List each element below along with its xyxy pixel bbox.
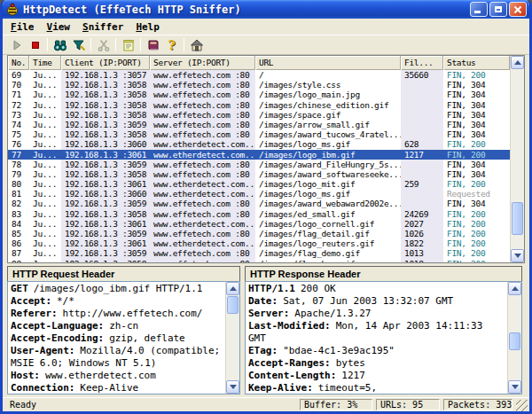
cell-no: 81 (8, 189, 29, 199)
cell-client: 192.168.1.3 :3061 (61, 219, 150, 229)
cell-server: www.effetech.com :80 (150, 160, 255, 169)
header-field-name: Last-Modified: (248, 320, 331, 332)
cell-filesize (401, 169, 443, 179)
packets-count: Packets: 393 (443, 399, 512, 410)
help-button[interactable]: ? (162, 36, 181, 53)
table-row[interactable]: 87 Ju... 192.168.1.3 :3059 www.effetech.… (8, 248, 510, 258)
menu-item[interactable]: Sniffer (77, 20, 130, 35)
table-row[interactable]: 72 Ju... 192.168.1.3 :3058 www.effetech.… (8, 100, 510, 110)
header-field-name: Content-Length: (248, 370, 336, 381)
cell-status: FIN, 304 (443, 129, 510, 139)
header-field-name: Accept-Encoding: (11, 332, 104, 344)
cell-filesize (401, 129, 443, 139)
arrow-down-icon (230, 385, 237, 393)
table-row[interactable]: 86 Ju... 192.168.1.3 :3061 www.etherdete… (8, 238, 510, 248)
filter-icon (72, 38, 86, 52)
column-header-no[interactable]: No. (8, 56, 29, 70)
scroll-down-button[interactable] (226, 380, 239, 394)
toolbar-separator (47, 38, 48, 51)
header-field-value: Sat, 07 Jun 2003 13:32:07 GMT (283, 295, 453, 307)
table-row[interactable]: 84 Ju... 192.168.1.3 :3061 www.etherdete… (8, 219, 510, 229)
scroll-down-button[interactable] (508, 380, 521, 394)
column-header-client[interactable]: Client (IP:PORT) (61, 56, 150, 70)
table-row[interactable]: 78 Ju... 192.168.1.3 :3059 www.effetech.… (8, 160, 510, 169)
scroll-down-button[interactable] (511, 249, 524, 262)
table-row[interactable]: 82 Ju... 192.168.1.3 :3059 www.effetech.… (8, 199, 510, 208)
table-row[interactable]: 88 Ju... 192.168.1.3 :3058 www.effetech.… (8, 259, 510, 262)
cell-filesize: 628 (401, 139, 443, 149)
cell-server: www.effetech.com :80 (150, 229, 255, 238)
title-bar[interactable]: HttpDetect (EffeTech HTTP Sniffer) (3, 0, 529, 19)
scroll-up-button[interactable] (508, 282, 521, 295)
table-row[interactable]: 77 Ju... 192.168.1.3 :3061 www.etherdete… (8, 150, 510, 160)
table-row[interactable]: 81 Ju... 192.168.1.3 :3060 www.etherdete… (8, 189, 510, 199)
cell-status: FIN, 200 (443, 139, 510, 149)
maximize-button[interactable] (489, 2, 507, 17)
scroll-track[interactable] (226, 295, 239, 380)
cell-time: Ju... (29, 100, 61, 110)
table-scrollbar[interactable] (510, 56, 524, 262)
cell-status: FIN, 304 (443, 199, 510, 208)
filter-button[interactable] (69, 36, 88, 53)
scroll-up-button[interactable] (226, 282, 239, 295)
minimize-button[interactable] (470, 2, 488, 17)
table-row[interactable]: 76 Ju... 192.168.1.3 :3060 www.etherdete… (8, 139, 510, 149)
request-panel-scrollbar[interactable] (225, 282, 239, 394)
menu-item[interactable]: File (5, 20, 42, 35)
cell-no: 72 (8, 100, 29, 110)
cell-server: www.effetech.com :80 (150, 129, 255, 139)
start-capture-button[interactable] (7, 36, 26, 53)
table-row[interactable]: 71 Ju... 192.168.1.3 :3058 www.effetech.… (8, 90, 510, 99)
cell-status: FIN, 304 (443, 169, 510, 179)
cell-client: 192.168.1.3 :3059 (61, 199, 150, 208)
column-header-time[interactable]: Time (29, 56, 61, 70)
toolbar-separator (184, 38, 184, 51)
cell-filesize: 1217 (401, 150, 443, 160)
table-row[interactable]: 83 Ju... 192.168.1.3 :3058 www.effetech.… (8, 209, 510, 219)
cell-client: 192.168.1.3 :3059 (61, 229, 150, 238)
table-row[interactable]: 79 Ju... 192.168.1.3 :3058 www.effetech.… (8, 169, 510, 179)
response-panel-scrollbar[interactable] (507, 282, 521, 394)
scroll-thumb[interactable] (512, 202, 523, 235)
cell-server: www.effetech.com :80 (150, 110, 255, 120)
scroll-track[interactable] (508, 295, 521, 380)
cell-server: www.etherdetect.com... (150, 150, 255, 160)
header-field-name: Referer: (11, 308, 58, 319)
menu-item[interactable]: Help (130, 20, 167, 35)
table-row[interactable]: 74 Ju... 192.168.1.3 :3059 www.effetech.… (8, 120, 510, 129)
table-row[interactable]: 75 Ju... 192.168.1.3 :3058 www.effetech.… (8, 129, 510, 139)
cell-no: 82 (8, 199, 29, 208)
cell-client: 192.168.1.3 :3061 (61, 238, 150, 248)
stop-capture-button[interactable] (26, 36, 44, 53)
scroll-track[interactable] (511, 69, 524, 249)
cell-server: www.effetech.com :80 (150, 259, 255, 262)
header-field-name: Connection: (11, 382, 74, 394)
table-row[interactable]: 73 Ju... 192.168.1.3 :3058 www.effetech.… (8, 110, 510, 120)
menu-item[interactable]: View (42, 20, 78, 35)
table-row[interactable]: 80 Ju... 192.168.1.3 :3061 www.etherdete… (8, 179, 510, 189)
cell-time: Ju... (29, 139, 61, 149)
column-header-url[interactable]: URL (255, 56, 401, 70)
home-button[interactable] (187, 36, 206, 53)
table-row[interactable]: 69 Ju... 192.168.1.3 :3057 www.effetech.… (8, 70, 510, 80)
header-field-value: Keep-Alive (80, 382, 138, 394)
scroll-thumb[interactable] (509, 332, 520, 350)
table-row[interactable]: 85 Ju... 192.168.1.3 :3059 www.effetech.… (8, 229, 510, 238)
find-button[interactable] (51, 36, 69, 53)
maximize-icon (495, 6, 502, 12)
arrow-up-icon (230, 283, 237, 291)
cut-button[interactable] (94, 36, 113, 53)
view-log-button[interactable] (119, 36, 137, 53)
scroll-up-button[interactable] (511, 56, 524, 69)
scroll-thumb[interactable] (227, 296, 239, 314)
column-header-filesize[interactable]: Fil... (401, 56, 443, 70)
close-button[interactable] (509, 2, 527, 17)
help-contents-button[interactable] (144, 36, 162, 53)
cell-time: Ju... (29, 179, 61, 189)
table-row[interactable]: 70 Ju... 192.168.1.3 :3058 www.effetech.… (8, 80, 510, 90)
column-header-status[interactable]: Status (443, 56, 510, 70)
column-header-server[interactable]: Server (IP:PORT) (150, 56, 255, 70)
resize-grip[interactable] (516, 400, 528, 411)
cell-url: /images/award_FileHungry_5s... (255, 160, 401, 169)
menu-bar: FileViewSnifferHelp (3, 19, 529, 35)
